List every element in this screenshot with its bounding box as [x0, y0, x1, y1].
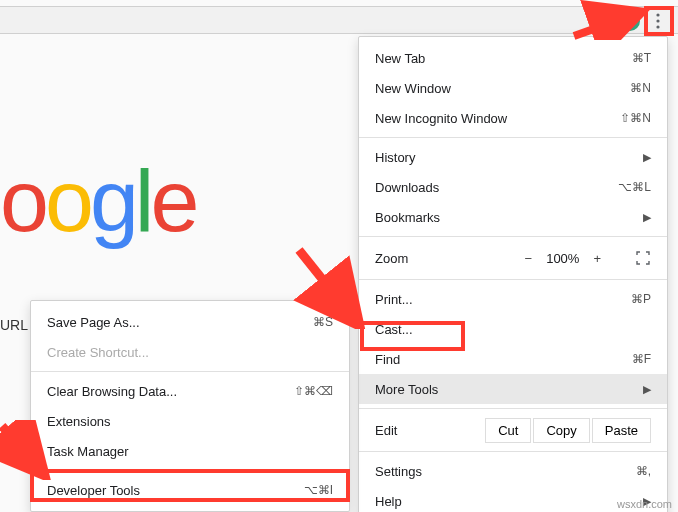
shortcut: ⇧⌘N	[620, 111, 651, 125]
shortcut: ⌥⌘L	[618, 180, 651, 194]
shortcut: ⌘N	[630, 81, 651, 95]
menu-separator	[359, 408, 667, 409]
copy-button[interactable]: Copy	[533, 418, 589, 443]
chevron-right-icon: ▶	[643, 211, 651, 224]
menu-separator	[359, 451, 667, 452]
menu-settings[interactable]: Settings ⌘,	[359, 456, 667, 486]
zoom-value: 100%	[546, 251, 579, 266]
menu-separator	[31, 371, 349, 372]
menu-item-label: Print...	[375, 292, 413, 307]
menu-item-label: Task Manager	[47, 444, 129, 459]
menu-item-label: Settings	[375, 464, 422, 479]
menu-item-label: Downloads	[375, 180, 439, 195]
fullscreen-icon	[636, 251, 650, 265]
submenu-save-page[interactable]: Save Page As... ⌘S	[31, 307, 349, 337]
shortcut: ⌘F	[632, 352, 651, 366]
menu-item-label: New Incognito Window	[375, 111, 507, 126]
menu-print[interactable]: Print... ⌘P	[359, 284, 667, 314]
menu-item-label: More Tools	[375, 382, 438, 397]
cut-button[interactable]: Cut	[485, 418, 531, 443]
menu-new-tab[interactable]: New Tab ⌘T	[359, 43, 667, 73]
menu-bookmarks[interactable]: Bookmarks ▶	[359, 202, 667, 232]
menu-item-label: Bookmarks	[375, 210, 440, 225]
menu-item-label: New Tab	[375, 51, 425, 66]
shortcut: ⌘T	[632, 51, 651, 65]
shortcut: ⌘S	[313, 315, 333, 329]
shortcut: ⌘P	[631, 292, 651, 306]
annotation-box-more-tools	[360, 321, 465, 351]
submenu-extensions[interactable]: Extensions	[31, 406, 349, 436]
chevron-right-icon: ▶	[643, 151, 651, 164]
menu-history[interactable]: History ▶	[359, 142, 667, 172]
menu-downloads[interactable]: Downloads ⌥⌘L	[359, 172, 667, 202]
menu-new-window[interactable]: New Window ⌘N	[359, 73, 667, 103]
tab-strip	[0, 6, 678, 34]
zoom-out-button[interactable]: −	[525, 251, 533, 266]
url-label: URL	[0, 317, 28, 333]
submenu-task-manager[interactable]: Task Manager	[31, 436, 349, 466]
shortcut: ⇧⌘⌫	[294, 384, 333, 398]
menu-zoom-row: Zoom − 100% +	[359, 241, 667, 275]
watermark: wsxdn.com	[617, 498, 672, 510]
menu-item-label: Extensions	[47, 414, 111, 429]
menu-item-label: New Window	[375, 81, 451, 96]
edit-label: Edit	[375, 423, 483, 438]
menu-item-label: Clear Browsing Data...	[47, 384, 177, 399]
zoom-in-button[interactable]: +	[593, 251, 601, 266]
paste-button[interactable]: Paste	[592, 418, 651, 443]
profile-avatar[interactable]	[620, 11, 640, 31]
shortcut: ⌘,	[636, 464, 651, 478]
menu-item-label: Find	[375, 352, 400, 367]
annotation-box-kebab	[644, 6, 674, 36]
menu-separator	[359, 137, 667, 138]
menu-item-label: Help	[375, 494, 402, 509]
zoom-label: Zoom	[375, 251, 525, 266]
submenu-create-shortcut: Create Shortcut...	[31, 337, 349, 367]
truncated-w: W	[0, 430, 13, 446]
menu-separator	[359, 236, 667, 237]
menu-item-label: Create Shortcut...	[47, 345, 149, 360]
menu-separator	[359, 279, 667, 280]
menu-item-label: Save Page As...	[47, 315, 140, 330]
fullscreen-button[interactable]	[635, 250, 651, 266]
menu-more-tools[interactable]: More Tools ▶	[359, 374, 667, 404]
google-logo: oogle	[0, 150, 195, 252]
main-menu: New Tab ⌘T New Window ⌘N New Incognito W…	[358, 36, 668, 512]
submenu-clear-data[interactable]: Clear Browsing Data... ⇧⌘⌫	[31, 376, 349, 406]
annotation-box-devtools	[30, 469, 350, 502]
menu-edit-row: Edit Cut Copy Paste	[359, 413, 667, 447]
menu-incognito[interactable]: New Incognito Window ⇧⌘N	[359, 103, 667, 133]
menu-item-label: History	[375, 150, 415, 165]
chevron-right-icon: ▶	[643, 383, 651, 396]
